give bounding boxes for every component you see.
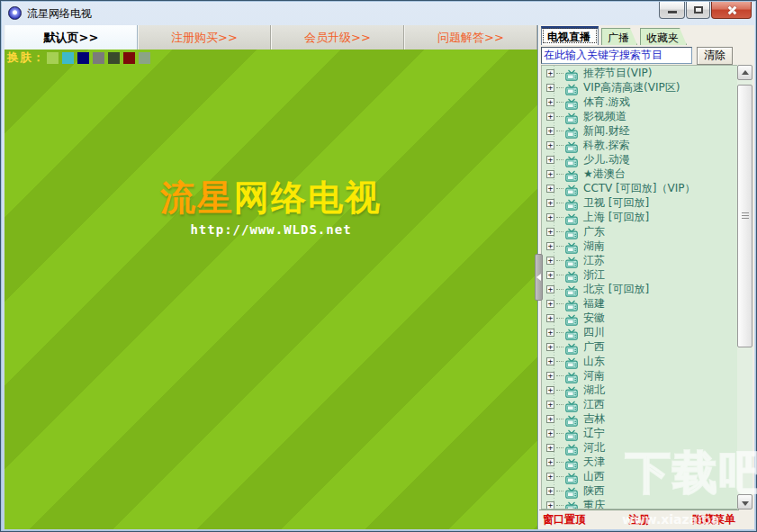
expand-icon[interactable]: + — [546, 401, 554, 409]
tab-faq[interactable]: 问题解答>> — [404, 25, 537, 50]
panel-collapse-handle[interactable] — [535, 254, 543, 301]
expand-icon[interactable]: + — [546, 372, 554, 380]
skin-swatch[interactable] — [93, 52, 104, 64]
tree-item[interactable]: + 福建 — [542, 296, 752, 311]
tree-item[interactable]: + ★港澳台 — [542, 167, 752, 181]
tree-connector — [556, 289, 563, 290]
tree-item[interactable]: + 四川 — [542, 325, 752, 339]
expand-icon[interactable]: + — [546, 487, 554, 495]
expand-icon[interactable]: + — [546, 213, 554, 221]
expand-icon[interactable]: + — [546, 228, 554, 236]
tree-item[interactable]: + 少儿.动漫 — [542, 152, 752, 167]
skin-swatch[interactable] — [47, 52, 59, 64]
tree-item[interactable]: + 湖南 — [542, 239, 752, 253]
expand-icon[interactable]: + — [546, 156, 554, 164]
main-area: 默认页>> 注册购买>> 会员升级>> 问题解答>> 换肤： — [5, 25, 538, 529]
scroll-up-button[interactable] — [737, 65, 752, 80]
tab-register-purchase[interactable]: 注册购买>> — [138, 25, 271, 50]
maximize-button[interactable] — [686, 2, 710, 19]
hide-menu-link[interactable]: 隐藏菜单 — [692, 512, 735, 527]
tree-item[interactable]: + 卫视 [可回放] — [542, 195, 752, 210]
tree-item[interactable]: + VIP高清高速(VIP区) — [542, 80, 752, 95]
tree-item[interactable]: + CCTV [可回放]（VIP） — [542, 181, 752, 195]
app-icon[interactable] — [8, 6, 22, 20]
tree-item[interactable]: + 浙江 — [542, 267, 752, 282]
expand-icon[interactable]: + — [546, 300, 554, 308]
channel-category-label: 科教.探索 — [583, 138, 630, 153]
skin-swatch[interactable] — [123, 52, 135, 64]
expand-icon[interactable]: + — [546, 84, 554, 92]
tree-item[interactable]: + 江西 — [542, 397, 752, 411]
tree-item[interactable]: + 影视频道 — [542, 109, 752, 123]
search-input[interactable] — [541, 47, 692, 64]
expand-icon[interactable]: + — [546, 285, 554, 293]
expand-icon[interactable]: + — [546, 271, 554, 279]
expand-icon[interactable]: + — [546, 386, 554, 394]
tree-item[interactable]: + 山东 — [542, 354, 752, 368]
collapse-left-icon — [536, 274, 541, 281]
tab-member-upgrade[interactable]: 会员升级>> — [271, 25, 404, 50]
tree-item[interactable]: + 湖北 — [542, 383, 752, 397]
tree-item[interactable]: + 广东 — [542, 224, 752, 239]
tree-item[interactable]: + 北京 [可回放] — [542, 282, 752, 296]
tab-favorites[interactable]: 收藏夹 — [640, 28, 687, 45]
expand-icon[interactable]: + — [546, 501, 554, 509]
tree-item[interactable]: + 新闻.财经 — [542, 123, 752, 138]
expand-icon[interactable]: + — [546, 199, 554, 207]
channel-category-label: 江苏 — [583, 253, 605, 268]
scrollbar-thumb[interactable] — [737, 85, 752, 347]
expand-icon[interactable]: + — [546, 473, 554, 481]
tree-scrollbar[interactable] — [737, 65, 752, 509]
expand-icon[interactable]: + — [546, 170, 554, 178]
expand-icon[interactable]: + — [546, 314, 554, 322]
tree-item[interactable]: + 吉林 — [542, 411, 752, 426]
tree-item[interactable]: + 科教.探索 — [542, 138, 752, 152]
titlebar[interactable]: 流星网络电视 — [1, 1, 756, 25]
expand-icon[interactable]: + — [546, 458, 554, 466]
tv-icon — [565, 154, 578, 166]
register-link[interactable]: 注册 — [628, 512, 650, 527]
expand-icon[interactable]: + — [546, 127, 554, 135]
expand-icon[interactable]: + — [546, 444, 554, 452]
skin-swatch[interactable] — [62, 52, 74, 64]
tree-item[interactable]: + 体育.游戏 — [542, 95, 752, 109]
tree-item[interactable]: + 河北 — [542, 440, 752, 455]
scroll-down-button[interactable] — [737, 494, 752, 509]
expand-icon[interactable]: + — [546, 98, 554, 106]
tree-item[interactable]: + 广西 — [542, 339, 752, 354]
expand-icon[interactable]: + — [546, 357, 554, 365]
skin-swatch[interactable] — [139, 52, 150, 64]
tab-default-page[interactable]: 默认页>> — [5, 25, 138, 50]
expand-icon[interactable]: + — [546, 343, 554, 351]
tree-item[interactable]: + 上海 [可回放] — [542, 210, 752, 224]
channel-category-label: ★港澳台 — [583, 167, 626, 182]
close-button[interactable] — [711, 2, 752, 19]
tree-connector — [556, 476, 563, 477]
tree-item[interactable]: + 江苏 — [542, 253, 752, 267]
tree-item[interactable]: + 河南 — [542, 368, 752, 383]
expand-icon[interactable]: + — [546, 329, 554, 337]
tree-item[interactable]: + 辽宁 — [542, 426, 752, 440]
minimize-button[interactable] — [659, 2, 685, 19]
tree-item[interactable]: + 山西 — [542, 469, 752, 483]
expand-icon[interactable]: + — [546, 141, 554, 149]
expand-icon[interactable]: + — [546, 242, 554, 250]
expand-icon[interactable]: + — [546, 185, 554, 193]
tree-item[interactable]: + 推荐节目(VIP) — [542, 66, 752, 80]
clear-button[interactable]: 清除 — [697, 47, 733, 65]
expand-icon[interactable]: + — [546, 69, 554, 77]
expand-icon[interactable]: + — [546, 257, 554, 265]
tree-item[interactable]: + 陕西 — [542, 483, 752, 498]
tree-item[interactable]: + 天津 — [542, 455, 752, 469]
tree-item[interactable]: + 安徽 — [542, 311, 752, 325]
pin-window-link[interactable]: 窗口置顶 — [543, 512, 586, 527]
expand-icon[interactable]: + — [546, 113, 554, 121]
skin-swatch[interactable] — [77, 52, 89, 64]
tree-item[interactable]: + 重庆 — [542, 498, 752, 509]
expand-icon[interactable]: + — [546, 415, 554, 423]
skin-swatch[interactable] — [108, 52, 120, 64]
tab-live-tv[interactable]: 电视直播 — [541, 26, 599, 45]
tv-icon — [565, 197, 578, 209]
tab-radio[interactable]: 广播 — [601, 28, 637, 45]
expand-icon[interactable]: + — [546, 429, 554, 437]
